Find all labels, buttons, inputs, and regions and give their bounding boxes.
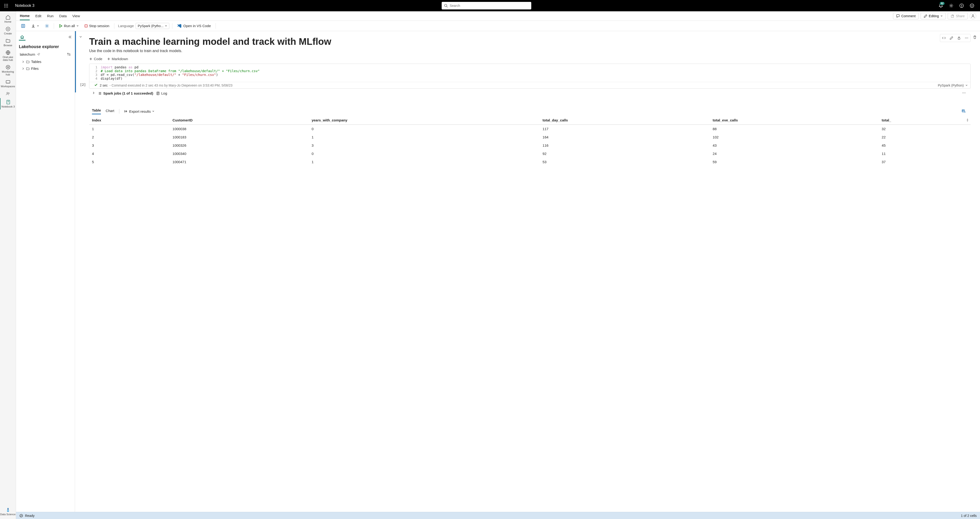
gear-icon <box>45 24 49 28</box>
menubar: Home Edit Run Data View Comment Editing … <box>16 11 980 21</box>
svg-point-24 <box>6 92 8 94</box>
tree-tables[interactable]: Tables <box>18 58 73 65</box>
feedback-button[interactable] <box>968 2 976 10</box>
status-bar: Ready 1 of 2 cells <box>16 512 980 519</box>
language-select[interactable]: PySpark (Pytho... <box>135 23 169 29</box>
table-row[interactable]: 21000183116410222 <box>89 133 970 141</box>
language-label: Language <box>118 24 134 28</box>
svg-point-33 <box>46 25 48 27</box>
notifications-button[interactable]: 62 <box>937 2 945 10</box>
save-icon-button[interactable] <box>19 22 27 29</box>
spark-expand-button[interactable] <box>92 91 95 95</box>
rail-notebook3[interactable]: Notebook 3 <box>0 98 16 110</box>
explorer-home-icon[interactable] <box>19 34 25 41</box>
col-evecalls[interactable]: total_eve_calls <box>711 116 880 125</box>
code-editor[interactable]: 1import pandas as pd 2# Load data into p… <box>89 64 970 82</box>
menu-edit[interactable]: Edit <box>35 12 41 20</box>
rail-workspaces-label: Workspaces <box>1 85 15 88</box>
table-row[interactable]: 3100032631164345 <box>89 141 970 150</box>
output-options-icon[interactable] <box>962 109 966 114</box>
global-search[interactable] <box>442 2 531 10</box>
tree-files[interactable]: Files <box>18 65 73 72</box>
code-cell[interactable]: [2] 1import pandas as pd 2# Load data in… <box>89 64 970 89</box>
output-tabs: Table Chart Export results <box>89 106 970 115</box>
rail-datascience[interactable]: Data Science <box>0 506 16 517</box>
notebook-title[interactable]: Notebook 3 <box>13 3 36 8</box>
menu-view[interactable]: View <box>72 12 80 20</box>
settings-button[interactable] <box>947 2 956 10</box>
app-launcher-button[interactable] <box>2 2 10 10</box>
rail-workspaces[interactable]: Workspaces <box>0 78 16 89</box>
collab-avatar[interactable] <box>970 13 976 19</box>
cell-code-icon[interactable] <box>940 35 947 41</box>
config-button[interactable] <box>43 23 51 29</box>
person-icon <box>971 14 975 18</box>
spark-jobs-link[interactable]: Spark jobs (1 of 1 succeeded) <box>98 91 153 95</box>
comment-button[interactable]: Comment <box>893 13 919 19</box>
swap-icon[interactable] <box>67 52 71 56</box>
export-icon <box>124 110 128 113</box>
output-tab-chart[interactable]: Chart <box>106 109 115 114</box>
svg-point-37 <box>966 38 967 38</box>
plus-icon <box>107 57 110 60</box>
svg-point-52 <box>965 93 966 93</box>
search-icon <box>444 4 448 8</box>
execution-status: 2 sec - Command executed in 2 sec 43 ms … <box>89 82 970 88</box>
cell-edit-icon[interactable] <box>948 35 955 41</box>
svg-point-3 <box>4 5 5 6</box>
rail-onelake[interactable]: OneLake data hub <box>0 49 16 63</box>
rail-browse-label: Browse <box>3 44 12 47</box>
open-vscode-button[interactable]: Open in VS Code <box>175 22 213 29</box>
cell-language-selector[interactable]: PySpark (Python) <box>938 83 968 87</box>
chevron-right-icon <box>22 67 24 70</box>
cell-more-icon[interactable] <box>963 35 970 41</box>
menu-data[interactable]: Data <box>59 12 67 20</box>
collapse-explorer-button[interactable] <box>68 35 72 40</box>
cells-count: 1 of 2 cells <box>961 514 977 517</box>
notif-badge: 62 <box>940 2 945 5</box>
help-button[interactable] <box>957 2 966 10</box>
cell-collapse-button[interactable] <box>79 35 83 39</box>
chevron-down-icon <box>76 25 79 27</box>
col-index[interactable]: Index <box>89 116 171 125</box>
table-row[interactable]: 410003400922411 <box>89 150 970 158</box>
rail-browse[interactable]: Browse <box>0 37 16 48</box>
pin-icon[interactable] <box>37 53 40 56</box>
svg-point-0 <box>4 4 5 5</box>
rail-home[interactable]: Home <box>0 13 16 24</box>
rail-people[interactable] <box>0 89 16 98</box>
add-markdown-button[interactable]: Markdown <box>107 57 128 61</box>
chevron-right-icon <box>22 60 24 63</box>
download-button[interactable] <box>29 23 41 29</box>
stop-session-button[interactable]: Stop session <box>83 23 111 29</box>
search-input[interactable] <box>450 4 529 8</box>
chevron-down-icon <box>940 15 943 17</box>
explorer-pane: Lakehouse explorer lakechurn Tables <box>16 31 75 512</box>
run-all-button[interactable]: Run all <box>57 23 81 29</box>
rail-create[interactable]: Create <box>0 25 16 36</box>
col-daycalls[interactable]: total_day_calls <box>541 116 711 125</box>
left-rail: Home Create Browse OneLake data hub Moni… <box>0 11 16 519</box>
col-total[interactable]: total_▲▼ <box>880 116 970 125</box>
spark-more-button[interactable] <box>962 91 966 96</box>
menu-home[interactable]: Home <box>20 12 30 20</box>
rail-monitoring-label: Monitoring hub <box>0 70 16 76</box>
rail-monitoring[interactable]: Monitoring hub <box>0 63 16 77</box>
output-table: Index CustomerID years_with_company tota… <box>89 116 970 166</box>
lakehouse-name[interactable]: lakechurn <box>20 53 40 56</box>
stop-icon <box>84 24 88 28</box>
export-results-button[interactable]: Export results <box>124 110 155 113</box>
output-tab-table[interactable]: Table <box>92 108 101 115</box>
log-link[interactable]: Log <box>156 91 167 95</box>
cell-lock-icon[interactable] <box>956 35 963 41</box>
editing-mode-button[interactable]: Editing <box>921 13 946 19</box>
menu-run[interactable]: Run <box>47 12 54 20</box>
table-row[interactable]: 1100003801178832 <box>89 125 970 133</box>
svg-rect-54 <box>962 110 964 112</box>
share-button[interactable]: Share <box>948 13 968 19</box>
add-code-button[interactable]: Code <box>89 57 102 61</box>
col-customerid[interactable]: CustomerID <box>171 116 310 125</box>
table-row[interactable]: 510004711535937 <box>89 158 970 166</box>
col-years[interactable]: years_with_company <box>310 116 541 125</box>
cell-delete-button[interactable] <box>972 34 978 41</box>
